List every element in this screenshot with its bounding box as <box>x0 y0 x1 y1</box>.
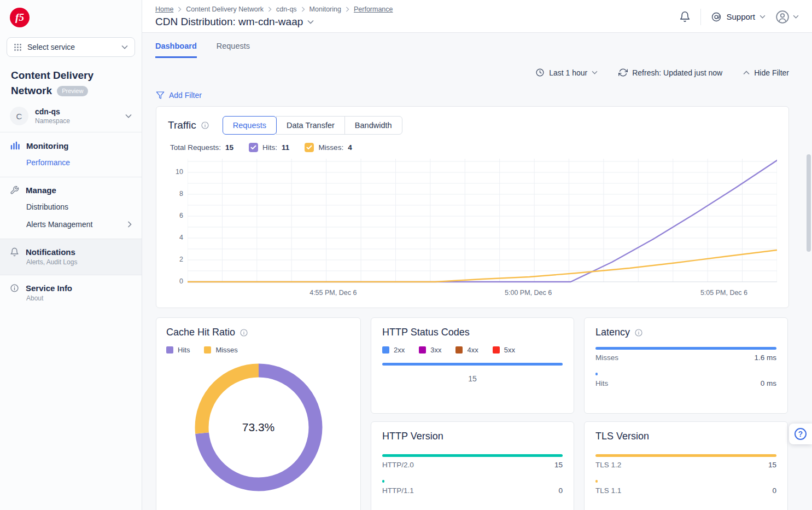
cache-donut-chart[interactable]: 73.3% <box>193 362 324 493</box>
tls12-bar[interactable] <box>595 454 776 457</box>
http11-value: 0 <box>558 486 563 495</box>
traffic-view-switcher: Requests Data Transfer Bandwidth <box>223 116 402 135</box>
notifications-bell-button[interactable] <box>679 11 691 22</box>
chevron-right-icon <box>268 7 272 12</box>
chevron-down-icon <box>121 45 128 49</box>
page-title: CDN Distribution: wm-cdn-waap <box>155 16 303 28</box>
traffic-tab-data-transfer[interactable]: Data Transfer <box>276 116 345 135</box>
breadcrumb-monitoring[interactable]: Monitoring <box>309 5 341 13</box>
bar-chart-icon <box>10 141 20 150</box>
status-2xx-value: 15 <box>382 374 563 383</box>
support-menu[interactable]: Support <box>711 11 766 22</box>
latency-hits-value: 0 ms <box>761 379 776 387</box>
account-menu[interactable] <box>775 10 799 24</box>
namespace-avatar: C <box>10 107 28 125</box>
latency-hits-label: Hits <box>595 379 608 387</box>
cache-legend: Hits Misses <box>166 346 350 354</box>
sidebar-item-performance[interactable]: Performance <box>26 158 132 167</box>
breadcrumb: Home Content Delivery Network cdn-qs Mon… <box>155 5 393 13</box>
breadcrumb-performance[interactable]: Performance <box>354 5 393 13</box>
http-version-title: HTTP Version <box>382 431 563 442</box>
latency-card: Latency Misses 1.6 ms <box>584 317 788 414</box>
grid-icon <box>14 43 22 51</box>
divider <box>700 9 701 25</box>
sidebar-item-distributions[interactable]: Distributions <box>26 202 132 211</box>
select-service-dropdown[interactable]: Select service <box>7 37 135 57</box>
traffic-tab-requests[interactable]: Requests <box>223 116 277 135</box>
hits-checkbox[interactable] <box>249 143 258 152</box>
sidebar-item-manage[interactable]: Manage <box>10 186 132 195</box>
tls11-value: 0 <box>772 486 776 495</box>
info-icon[interactable] <box>634 328 643 337</box>
cache-hit-ratio-title: Cache Hit Ratio <box>166 327 350 338</box>
tls12-label: TLS 1.2 <box>595 461 621 469</box>
info-icon[interactable] <box>239 328 248 337</box>
traffic-line-chart[interactable]: 0246810 4:55 PM, Dec 65:00 PM, Dec 65:05… <box>168 159 777 301</box>
hits-stat: Hits: 11 <box>249 143 289 152</box>
info-icon[interactable] <box>201 121 209 130</box>
latency-misses-value: 1.6 ms <box>754 353 776 362</box>
breadcrumb-home[interactable]: Home <box>155 5 173 13</box>
clock-icon <box>535 68 545 77</box>
add-filter-button[interactable]: Add Filter <box>156 91 202 100</box>
sidebar-section-manage: Manage Distributions Alerts Management <box>0 177 142 239</box>
http11-bar[interactable] <box>382 480 384 483</box>
funnel-icon <box>156 91 165 100</box>
latency-misses-bar[interactable] <box>595 347 776 350</box>
namespace-name: cdn-qs <box>35 107 70 116</box>
hide-filter-button[interactable]: Hide Filter <box>743 68 789 77</box>
select-service-label: Select service <box>27 43 75 51</box>
chevron-right-icon <box>301 7 305 12</box>
status-2xx-bar[interactable] <box>382 363 563 366</box>
misses-checkbox[interactable] <box>305 143 314 152</box>
distribution-selector[interactable]: CDN Distribution: wm-cdn-waap <box>155 16 393 28</box>
5xx-swatch <box>493 346 500 353</box>
f5-logo-icon[interactable]: f5 <box>10 8 30 27</box>
2xx-swatch <box>382 346 389 353</box>
misses-stat: Misses: 4 <box>305 143 352 152</box>
sidebar-section-notifications[interactable]: Notifications Alerts, Audit Logs <box>0 239 142 275</box>
chevron-right-icon <box>178 7 182 12</box>
traffic-tab-bandwidth[interactable]: Bandwidth <box>344 116 402 135</box>
tls-version-title: TLS Version <box>595 431 776 442</box>
chevron-down-icon <box>125 114 132 118</box>
traffic-y-axis: 0246810 <box>168 159 188 283</box>
http2-bar[interactable] <box>382 454 563 457</box>
http2-value: 15 <box>554 461 563 469</box>
breadcrumb-namespace[interactable]: cdn-qs <box>276 5 297 13</box>
traffic-title: Traffic <box>168 119 209 131</box>
tls-version-card: TLS Version TLS 1.2 15 TLS 1.1 0 <box>584 421 788 510</box>
namespace-selector[interactable]: C cdn-qs Namespace <box>7 107 135 125</box>
breadcrumb-cdn[interactable]: Content Delivery Network <box>186 5 264 13</box>
support-label: Support <box>726 12 755 21</box>
misses-legend-swatch <box>204 346 211 353</box>
sidebar-section-monitoring: Monitoring Performance <box>0 132 142 177</box>
scrollbar-thumb[interactable] <box>807 154 811 252</box>
traffic-card: Traffic Requests Data Transfer Bandwidth… <box>156 106 789 308</box>
4xx-swatch <box>455 346 463 353</box>
traffic-legend: Total Requests: 15 Hits: 11 Misses: 4 <box>170 143 777 152</box>
tls11-bar[interactable] <box>595 480 598 483</box>
tab-requests[interactable]: Requests <box>217 42 250 58</box>
wrench-icon <box>10 186 19 195</box>
chevron-right-icon <box>127 221 132 228</box>
chevron-up-icon <box>743 71 750 75</box>
latency-hits-bar[interactable] <box>595 373 598 375</box>
help-button[interactable]: ? <box>789 424 812 444</box>
sidebar-item-alerts-management[interactable]: Alerts Management <box>26 220 132 229</box>
refresh-button[interactable]: Refresh: Updated just now <box>618 68 722 77</box>
tab-dashboard[interactable]: Dashboard <box>155 42 197 58</box>
time-range-dropdown[interactable]: Last 1 hour <box>535 68 598 77</box>
sidebar-item-monitoring[interactable]: Monitoring <box>10 141 132 150</box>
tab-bar: Dashboard Requests <box>142 33 812 58</box>
http-status-codes-title: HTTP Status Codes <box>382 327 563 338</box>
top-bar: Home Content Delivery Network cdn-qs Mon… <box>142 0 812 33</box>
sidebar-section-service-info[interactable]: Service Info About <box>0 275 142 311</box>
status-codes-legend: 2xx 3xx 4xx 5xx <box>382 346 563 354</box>
tls11-label: TLS 1.1 <box>595 486 621 495</box>
tls12-value: 15 <box>768 461 776 469</box>
latency-title: Latency <box>595 327 776 338</box>
question-icon: ? <box>795 428 807 440</box>
info-icon <box>10 283 19 293</box>
refresh-icon <box>618 68 628 77</box>
